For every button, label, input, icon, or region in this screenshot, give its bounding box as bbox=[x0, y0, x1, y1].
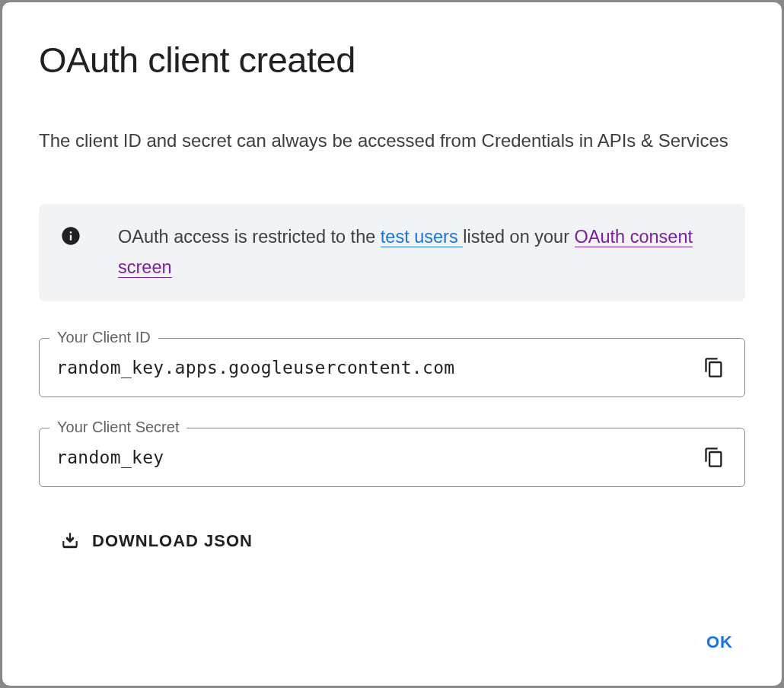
client-secret-value: random_key bbox=[56, 448, 164, 467]
client-id-field-group: Your Client ID random_key.apps.googleuse… bbox=[39, 338, 745, 397]
info-icon bbox=[60, 225, 81, 247]
info-banner: OAuth access is restricted to the test u… bbox=[39, 204, 745, 301]
copy-client-id-button[interactable] bbox=[700, 354, 728, 381]
oauth-created-dialog: OAuth client created The client ID and s… bbox=[2, 2, 782, 686]
dialog-title: OAuth client created bbox=[39, 39, 745, 81]
dialog-actions: OK bbox=[39, 623, 745, 661]
client-id-label: Your Client ID bbox=[49, 329, 158, 346]
download-json-button[interactable]: DOWNLOAD JSON bbox=[39, 524, 274, 559]
copy-icon bbox=[703, 357, 725, 378]
info-text-prefix: OAuth access is restricted to the bbox=[118, 227, 381, 247]
svg-rect-0 bbox=[63, 546, 76, 549]
test-users-link[interactable]: test users bbox=[381, 227, 463, 247]
client-secret-field-group: Your Client Secret random_key bbox=[39, 428, 745, 487]
client-id-value: random_key.apps.googleusercontent.com bbox=[56, 358, 454, 377]
client-secret-box: random_key bbox=[39, 428, 745, 487]
client-id-box: random_key.apps.googleusercontent.com bbox=[39, 338, 745, 397]
dialog-description: The client ID and secret can always be a… bbox=[39, 126, 745, 155]
info-text-mid: listed on your bbox=[463, 227, 574, 247]
copy-client-secret-button[interactable] bbox=[700, 444, 728, 471]
download-json-label: DOWNLOAD JSON bbox=[92, 531, 253, 551]
client-secret-label: Your Client Secret bbox=[49, 419, 186, 436]
info-text: OAuth access is restricted to the test u… bbox=[118, 222, 724, 283]
copy-icon bbox=[703, 447, 725, 468]
ok-button[interactable]: OK bbox=[694, 623, 745, 661]
download-icon bbox=[60, 531, 80, 551]
